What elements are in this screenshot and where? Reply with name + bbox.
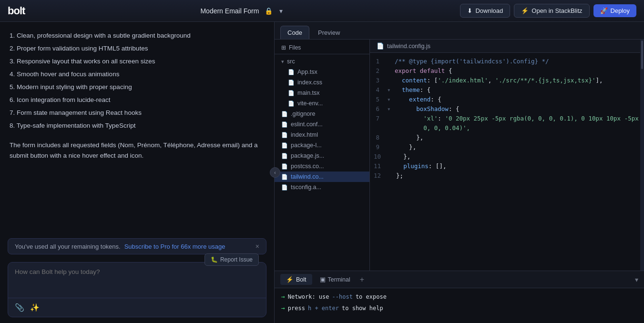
file-tab-bar: 📄 tailwind.config.js: [370, 40, 640, 53]
line-number: 7: [370, 114, 387, 123]
header-icons: 🔒 ▾: [263, 6, 285, 16]
header-right: ⬇ Download ⚡ Open in StackBlitz 🚀 Deploy: [460, 4, 636, 18]
folder-label: src: [287, 58, 295, 65]
code-line: 6 ▾ boxShadow: {: [370, 104, 640, 114]
file-index-css[interactable]: 📄index.css: [275, 77, 369, 88]
file-name: App.tsx: [297, 69, 317, 75]
feature-list: Clean, professional design with a subtle…: [10, 30, 265, 132]
file-name: index.html: [291, 131, 318, 138]
line-number: 1: [370, 57, 387, 66]
feature-item: Clean, professional design with a subtle…: [10, 30, 265, 42]
attach-button[interactable]: 📎: [14, 302, 25, 313]
line-number: 4: [370, 85, 387, 95]
code-line: 7 'xl': '0 20px 25px -5px rgba(0, 0, 0, …: [370, 114, 640, 123]
line-arrow: ▾: [387, 95, 395, 104]
collapse-bottom-button[interactable]: ▾: [635, 276, 638, 283]
line-code: extend: {: [395, 95, 640, 104]
editor-area: ⊞ Files ▾src📄App.tsx📄index.css📄main.tsx📄…: [275, 40, 644, 271]
code-line: 9 },: [370, 142, 640, 152]
header-left: bolt: [8, 5, 25, 17]
bottom-tabs: ⚡Bolt▣Terminal+▾: [275, 271, 644, 288]
terminal-text: press: [288, 303, 305, 314]
line-number: 3: [370, 76, 387, 85]
file-postcss-co---[interactable]: 📄postcss.co...: [275, 161, 369, 172]
file-icon: 📄: [281, 174, 288, 180]
file-tailwind-co---[interactable]: 📄tailwind.co...: [275, 172, 369, 182]
stackblitz-button[interactable]: ⚡ Open in StackBlitz: [514, 4, 589, 18]
chat-input[interactable]: [8, 262, 266, 296]
file-package-l---[interactable]: 📄package-l...: [275, 140, 369, 151]
line-number: 2: [370, 66, 387, 76]
folder-src[interactable]: ▾src: [275, 56, 369, 67]
download-icon: ⬇: [467, 7, 472, 14]
folder-expand-icon: ▾: [281, 59, 284, 65]
project-title: Modern Email Form: [200, 7, 259, 15]
file-name: .gitignore: [291, 111, 315, 117]
file-icon: 📄: [281, 184, 288, 191]
file-icon: 📄: [288, 90, 295, 96]
collapse-panel-button[interactable]: ‹: [270, 167, 280, 178]
file-tsconfig-a---[interactable]: 📄tsconfig.a...: [275, 182, 369, 192]
file-name: tsconfig.a...: [291, 184, 321, 191]
project-menu-button[interactable]: ▾: [277, 6, 285, 16]
terminal-text: --host: [332, 292, 353, 303]
subscribe-link[interactable]: Subscribe to Pro for 66x more usage: [124, 243, 225, 250]
add-tab-button[interactable]: +: [358, 275, 366, 284]
terminal-line: → Network: use --host to expose: [281, 291, 637, 303]
bolt-logo: bolt: [8, 5, 25, 17]
tab-preview[interactable]: Preview: [311, 26, 347, 39]
file-icon: 📄: [281, 121, 288, 128]
code-content[interactable]: 1 /** @type {import('tailwindcss').Confi…: [370, 53, 640, 271]
terminal-text: Network: use: [288, 292, 329, 303]
file-package-js---[interactable]: 📄package.js...: [275, 151, 369, 161]
header: bolt Modern Email Form 🔒 ▾ ⬇ Download ⚡ …: [0, 0, 644, 22]
bottom-tab-terminal[interactable]: ▣Terminal: [314, 274, 356, 285]
panel-divider: ‹: [274, 22, 275, 323]
line-code: },: [396, 152, 640, 162]
chat-input-area: 📎 ✨: [8, 262, 266, 317]
line-number: 8: [370, 133, 387, 142]
terminal-text: to expose: [356, 292, 387, 303]
bottom-tab-bolt[interactable]: ⚡Bolt: [280, 274, 312, 285]
file-eslint-conf---[interactable]: 📄eslint.conf...: [275, 119, 369, 130]
editor-scrollbar[interactable]: [640, 40, 644, 271]
file-icon: 📄: [281, 111, 288, 117]
line-number: 9: [370, 142, 387, 152]
line-code: boxShadow: {: [395, 104, 640, 114]
files-header: ⊞ Files: [275, 40, 369, 54]
token-message: You've used all your remaining tokens.: [15, 243, 121, 250]
file-App-tsx[interactable]: 📄App.tsx: [275, 67, 369, 77]
line-code: content: ['./index.html', './src/**/*.{j…: [395, 76, 640, 85]
feature-item: Modern input styling with proper spacing: [10, 81, 265, 94]
file-vite-env---[interactable]: 📄vite-env...: [275, 98, 369, 109]
file-main-tsx[interactable]: 📄main.tsx: [275, 88, 369, 98]
code-line: 10 },: [370, 152, 640, 162]
bug-icon: 🐛: [211, 256, 218, 263]
terminal-tab-icon: ▣: [320, 276, 326, 283]
line-code: 0, 0, 0.04)',: [395, 123, 640, 133]
download-button[interactable]: ⬇ Download: [460, 4, 510, 18]
download-label: Download: [475, 7, 503, 14]
file-index-html[interactable]: 📄index.html: [275, 130, 369, 140]
stackblitz-icon: ⚡: [521, 7, 529, 14]
terminal-line: → press h + enter to show help: [281, 303, 637, 314]
sparkle-button[interactable]: ✨: [29, 302, 41, 313]
files-scroll-container: ▾src📄App.tsx📄index.css📄main.tsx📄vite-env…: [275, 54, 369, 271]
deploy-button[interactable]: 🚀 Deploy: [593, 4, 636, 17]
report-issue-label: Report Issue: [220, 256, 253, 263]
bolt-tab-label: Bolt: [296, 276, 307, 283]
file--gitignore[interactable]: 📄.gitignore: [275, 109, 369, 119]
terminal-text: →: [281, 291, 285, 302]
files-list[interactable]: ▾src📄App.tsx📄index.css📄main.tsx📄vite-env…: [275, 54, 369, 271]
chat-scroll[interactable]: Clean, professional design with a subtle…: [0, 22, 274, 234]
main-content: Clean, professional design with a subtle…: [0, 22, 644, 323]
line-code: 'xl': '0 20px 25px -5px rgba(0, 0, 0, 0.…: [395, 114, 640, 123]
file-name: package-l...: [291, 142, 322, 149]
feature-item: Form state management using React hooks: [10, 107, 265, 120]
report-issue-button[interactable]: 🐛 Report Issue: [204, 253, 259, 266]
file-name: postcss.co...: [291, 163, 324, 170]
lock-icon-button[interactable]: 🔒: [263, 6, 275, 16]
close-banner-button[interactable]: ×: [256, 242, 259, 250]
code-line: 0, 0, 0.04)',: [370, 123, 640, 133]
tab-code[interactable]: Code: [280, 26, 309, 39]
